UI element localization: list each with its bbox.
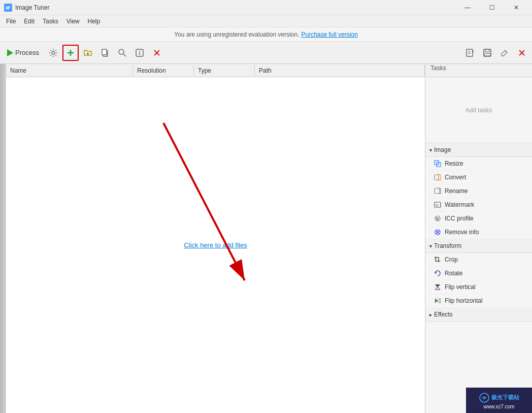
delete-task-button[interactable] bbox=[514, 45, 530, 61]
maximize-button[interactable]: ☐ bbox=[480, 0, 504, 15]
svg-point-3 bbox=[52, 51, 55, 54]
file-list-area: Name Resolution Type Path Click here to … bbox=[6, 64, 425, 413]
menu-file[interactable]: File bbox=[2, 17, 20, 26]
task-flip-vertical[interactable]: Flip vertical bbox=[425, 280, 532, 294]
chevron-down-transform-icon: ▾ bbox=[429, 243, 432, 249]
file-list-content: Click here to add files bbox=[6, 77, 425, 413]
svg-marker-48 bbox=[438, 298, 440, 303]
remove-files-icon bbox=[152, 48, 161, 57]
task-icc-label: ICC profile bbox=[445, 215, 474, 222]
add-file-button[interactable] bbox=[62, 45, 79, 61]
window-title: Image Tuner bbox=[15, 4, 456, 11]
menu-edit[interactable]: Edit bbox=[20, 17, 39, 26]
watermark-text-line1: 极光下载站 bbox=[491, 394, 519, 401]
svg-text:W: W bbox=[436, 204, 439, 207]
col-header-type: Type bbox=[194, 65, 255, 76]
menu-view[interactable]: View bbox=[62, 17, 84, 26]
app-icon bbox=[4, 4, 12, 12]
menu-tasks[interactable]: Tasks bbox=[39, 17, 62, 26]
copy-button[interactable] bbox=[97, 45, 113, 61]
task-remove-info[interactable]: Remove info bbox=[425, 226, 532, 239]
rotate-icon bbox=[434, 269, 442, 277]
task-convert-label: Convert bbox=[445, 174, 466, 181]
task-flip-horizontal[interactable]: Flip horizontal bbox=[425, 294, 532, 308]
svg-marker-44 bbox=[435, 284, 440, 287]
svg-line-11 bbox=[123, 54, 126, 56]
icc-icon bbox=[434, 214, 442, 223]
task-icc[interactable]: ICC profile bbox=[425, 212, 532, 226]
svg-marker-47 bbox=[435, 298, 438, 303]
close-button[interactable]: ✕ bbox=[505, 0, 528, 15]
delete-task-icon bbox=[517, 48, 526, 57]
watermark-logo-icon bbox=[479, 393, 489, 403]
task-flip-horizontal-label: Flip horizontal bbox=[445, 297, 483, 304]
remove-files-button[interactable] bbox=[149, 45, 165, 61]
info-button[interactable] bbox=[131, 45, 148, 61]
section-image[interactable]: ▾ Image bbox=[425, 143, 532, 157]
info-icon bbox=[135, 48, 144, 57]
new-task-icon bbox=[466, 48, 475, 57]
play-icon bbox=[7, 49, 13, 56]
svg-rect-1 bbox=[6, 7, 10, 8]
crop-icon bbox=[434, 256, 442, 264]
save-task-icon bbox=[483, 48, 492, 57]
task-rename[interactable]: Rename bbox=[425, 184, 532, 198]
task-rotate-label: Rotate bbox=[445, 270, 462, 277]
settings-button[interactable] bbox=[45, 45, 61, 61]
flip-vertical-icon bbox=[434, 283, 442, 291]
add-folder-icon bbox=[83, 48, 92, 57]
task-crop[interactable]: Crop bbox=[425, 253, 532, 267]
task-watermark[interactable]: W Watermark bbox=[425, 198, 532, 212]
tutorial-arrow bbox=[87, 118, 265, 323]
tasks-label-bar: Tasks bbox=[425, 64, 532, 77]
toolbar-right bbox=[462, 45, 530, 61]
svg-rect-33 bbox=[435, 188, 440, 194]
flip-horizontal-icon bbox=[434, 297, 442, 305]
task-resize[interactable]: Resize bbox=[425, 157, 532, 171]
section-transform[interactable]: ▾ Transform bbox=[425, 239, 532, 253]
minimize-button[interactable]: — bbox=[456, 0, 479, 15]
search-icon bbox=[118, 48, 127, 57]
edit-task-button[interactable] bbox=[496, 45, 513, 61]
svg-rect-32 bbox=[435, 175, 439, 180]
left-strip bbox=[0, 64, 6, 413]
task-remove-info-label: Remove info bbox=[445, 229, 479, 236]
task-rotate[interactable]: Rotate bbox=[425, 267, 532, 280]
file-list-header: Name Resolution Type Path bbox=[6, 64, 425, 77]
add-folder-button[interactable] bbox=[80, 45, 96, 61]
convert-icon bbox=[434, 173, 442, 181]
toolbar: Process bbox=[0, 42, 532, 64]
add-files-link[interactable]: Click here to add files bbox=[184, 241, 247, 249]
search-button[interactable] bbox=[114, 45, 130, 61]
col-header-name: Name bbox=[6, 65, 133, 76]
notification-bar: You are using unregistered evaluation ve… bbox=[0, 27, 532, 42]
watermark-text-line2: www.xz7.com bbox=[483, 404, 514, 409]
svg-marker-43 bbox=[435, 272, 437, 274]
remove-info-icon bbox=[434, 228, 442, 236]
new-task-button[interactable] bbox=[462, 45, 478, 61]
notification-text: You are using unregistered evaluation ve… bbox=[174, 31, 299, 38]
purchase-link[interactable]: Purchase full version bbox=[302, 31, 358, 38]
save-task-button[interactable] bbox=[479, 45, 495, 61]
menu-help[interactable]: Help bbox=[84, 17, 105, 26]
process-button[interactable]: Process bbox=[2, 47, 44, 58]
svg-rect-17 bbox=[467, 49, 473, 56]
copy-icon bbox=[101, 48, 110, 57]
edit-task-icon bbox=[500, 48, 509, 57]
rename-icon bbox=[434, 187, 442, 195]
watermark-icon: W bbox=[434, 201, 442, 209]
section-effects-label: Effects bbox=[434, 311, 452, 318]
add-tasks-text: Add tasks bbox=[466, 107, 492, 114]
task-crop-label: Crop bbox=[445, 256, 458, 263]
col-header-path: Path bbox=[255, 65, 425, 76]
process-label: Process bbox=[15, 49, 39, 56]
section-effects[interactable]: ▸ Effects bbox=[425, 308, 532, 322]
add-file-icon bbox=[66, 48, 75, 57]
svg-rect-9 bbox=[102, 49, 107, 55]
col-header-resolution: Resolution bbox=[133, 65, 194, 76]
svg-point-14 bbox=[139, 51, 140, 52]
window-controls: — ☐ ✕ bbox=[456, 0, 528, 15]
task-convert[interactable]: Convert bbox=[425, 171, 532, 184]
menu-bar: File Edit Tasks View Help bbox=[0, 15, 532, 27]
watermark-badge: 极光下载站 www.xz7.com bbox=[466, 388, 532, 413]
